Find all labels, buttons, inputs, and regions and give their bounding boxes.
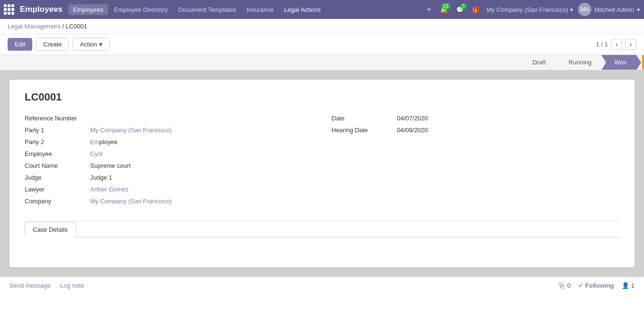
field-reference-number: Reference Number xyxy=(25,115,313,122)
nav-legal-actions[interactable]: Legal Actions xyxy=(279,4,325,15)
field-value-judge: Judge 1 xyxy=(90,174,112,181)
nav-insurance[interactable]: Insurance xyxy=(242,4,278,15)
chat-button[interactable]: 💬 7 xyxy=(456,6,464,13)
form-grid: Reference Number Party 1 My Company (San… xyxy=(25,115,619,209)
notification-badge: 11 xyxy=(441,3,450,9)
send-message-button[interactable]: Send message xyxy=(9,282,51,289)
field-label-lawyer: Lawyer xyxy=(25,186,86,193)
edit-button[interactable]: Edit xyxy=(8,38,32,51)
tab-content xyxy=(25,237,619,256)
field-value-date: 04/07/2020 xyxy=(397,115,428,122)
next-page-button[interactable]: › xyxy=(625,39,636,50)
field-hearing-date: Hearing Date 04/09/2020 xyxy=(332,127,620,134)
field-label-reference: Reference Number xyxy=(25,115,86,122)
field-court: Court Name Supreme court xyxy=(25,162,313,169)
company-name: My Company (San Francisco) xyxy=(486,6,568,13)
field-company: Company My Company (San Francisco) xyxy=(25,198,313,205)
form-card: LC0001 Reference Number Party 1 My Compa… xyxy=(9,80,635,267)
pagination: 1 / 1 ‹ › xyxy=(596,39,636,50)
field-label-party2: Party 2 xyxy=(25,138,86,145)
nav-employee-directory[interactable]: Employee Directory xyxy=(109,4,172,15)
nav-right: + 🔔 11 💬 7 🎁 My Company (San Francisco) … xyxy=(425,3,640,16)
create-button[interactable]: Create xyxy=(36,38,69,51)
following-button[interactable]: ✓ Following xyxy=(578,282,614,289)
breadcrumb-parent[interactable]: Legal Management xyxy=(8,23,60,30)
form-left: Reference Number Party 1 My Company (San… xyxy=(25,115,322,209)
field-party2: Party 2 Employee xyxy=(25,138,313,145)
status-draft[interactable]: Draft xyxy=(525,55,555,70)
attachments-number: 0 xyxy=(567,282,570,289)
notifications-button[interactable]: 🔔 11 xyxy=(440,6,448,13)
field-value-company[interactable]: My Company (San Francisco) xyxy=(90,198,172,205)
field-value-hearing-date: 04/09/2020 xyxy=(397,127,428,134)
pagination-text: 1 / 1 xyxy=(596,41,608,48)
user-chevron-icon: ▾ xyxy=(637,6,640,13)
footer-bar: Send message Log note 📎 0 ✓ Following 👤 … xyxy=(0,277,644,294)
people-icon: 👤 xyxy=(622,282,629,289)
following-label: Following xyxy=(585,282,614,289)
field-lawyer: Lawyer Arther Gomez xyxy=(25,186,313,193)
status-bar: Draft Running Won xyxy=(0,55,644,70)
field-value-party1[interactable]: My Company (San Francisco) xyxy=(90,127,172,134)
gift-button[interactable]: 🎁 xyxy=(472,6,480,13)
checkmark-icon: ✓ xyxy=(578,282,583,289)
company-selector[interactable]: My Company (San Francisco) ▾ xyxy=(486,6,573,13)
nav-menu: Employees Employee Directory Document Te… xyxy=(68,4,425,15)
app-name: Employees xyxy=(20,5,63,14)
tabs-section: Case Details xyxy=(25,221,619,256)
action-chevron-icon: ▾ xyxy=(99,41,103,48)
field-label-judge: Judge xyxy=(25,174,86,181)
user-name: Mitchell Admin xyxy=(594,6,634,13)
record-title: LC0001 xyxy=(25,91,619,103)
field-value-party2: Employee xyxy=(90,138,118,145)
chevron-down-icon: ▾ xyxy=(570,6,573,13)
tab-case-details[interactable]: Case Details xyxy=(25,222,76,237)
paperclip-icon: 📎 xyxy=(558,282,565,289)
field-label-court: Court Name xyxy=(25,162,86,169)
nav-employees[interactable]: Employees xyxy=(68,4,108,15)
top-navigation: Employees Employees Employee Directory D… xyxy=(0,0,644,19)
nav-document-templates[interactable]: Document Templates xyxy=(174,4,241,15)
chat-badge: 7 xyxy=(460,3,467,9)
action-label: Action xyxy=(80,41,97,48)
field-label-hearing-date: Hearing Date xyxy=(332,127,393,134)
field-label-employee: Employee xyxy=(25,150,86,157)
form-right: Date 04/07/2020 Hearing Date 04/09/2020 xyxy=(322,115,620,209)
status-steps: Draft Running Won xyxy=(525,55,636,70)
tabs-nav: Case Details xyxy=(25,221,619,237)
field-label-company: Company xyxy=(25,198,86,205)
add-menu-button[interactable]: + xyxy=(425,5,434,15)
followers-number: 1 xyxy=(631,282,635,289)
field-value-court: Supreme court xyxy=(90,162,131,169)
status-won[interactable]: Won xyxy=(601,55,637,70)
field-date: Date 04/07/2020 xyxy=(332,115,620,122)
field-value-employee[interactable]: Cyril xyxy=(90,150,103,157)
field-party1: Party 1 My Company (San Francisco) xyxy=(25,127,313,134)
avatar: MA xyxy=(578,3,591,16)
grid-icon xyxy=(4,4,14,15)
attachments-count[interactable]: 📎 0 xyxy=(558,282,570,289)
app-logo[interactable]: Employees xyxy=(4,4,63,15)
field-label-party1: Party 1 xyxy=(25,127,86,134)
breadcrumb-current: LC0001 xyxy=(65,23,87,30)
field-value-lawyer[interactable]: Arther Gomez xyxy=(90,186,129,193)
user-menu[interactable]: MA Mitchell Admin ▾ xyxy=(578,3,640,16)
content-area: LC0001 Reference Number Party 1 My Compa… xyxy=(0,70,644,277)
field-label-date: Date xyxy=(332,115,393,122)
field-judge: Judge Judge 1 xyxy=(25,174,313,181)
action-button[interactable]: Action ▾ xyxy=(73,38,109,51)
breadcrumb: Legal Management / LC0001 xyxy=(0,19,644,34)
footer-meta: 📎 0 ✓ Following 👤 1 xyxy=(558,282,635,289)
followers-count[interactable]: 👤 1 xyxy=(622,282,635,289)
prev-page-button[interactable]: ‹ xyxy=(611,39,622,50)
toolbar: Edit Create Action ▾ 1 / 1 ‹ › xyxy=(0,34,644,55)
log-note-button[interactable]: Log note xyxy=(60,282,84,289)
right-accent-border xyxy=(642,55,644,70)
field-employee: Employee Cyril xyxy=(25,150,313,157)
status-running[interactable]: Running xyxy=(555,55,601,70)
